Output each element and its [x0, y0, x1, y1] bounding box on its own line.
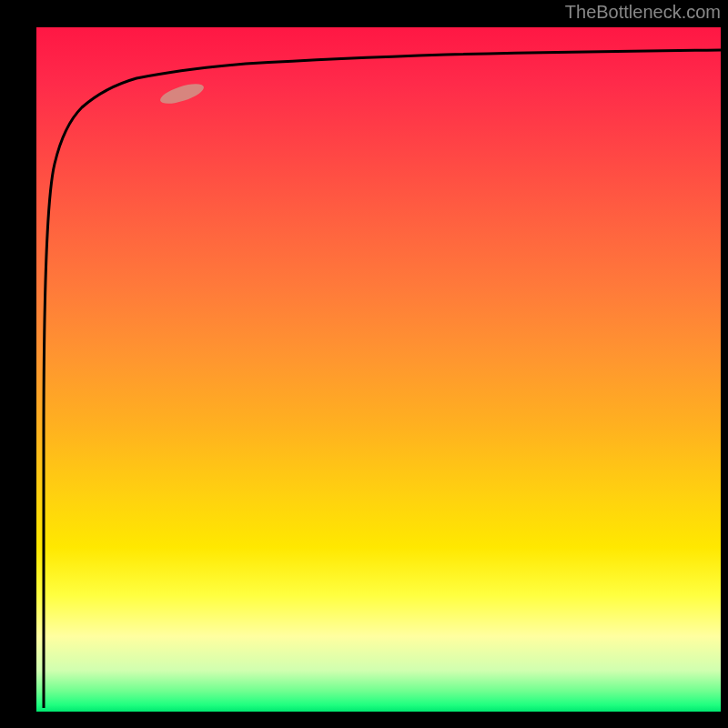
curve-path: [44, 50, 721, 708]
data-marker: [155, 80, 209, 107]
marker-ellipse: [158, 80, 206, 107]
chart-curve: [36, 27, 721, 712]
watermark-text: TheBottleneck.com: [565, 2, 721, 23]
chart-container: [36, 27, 721, 712]
